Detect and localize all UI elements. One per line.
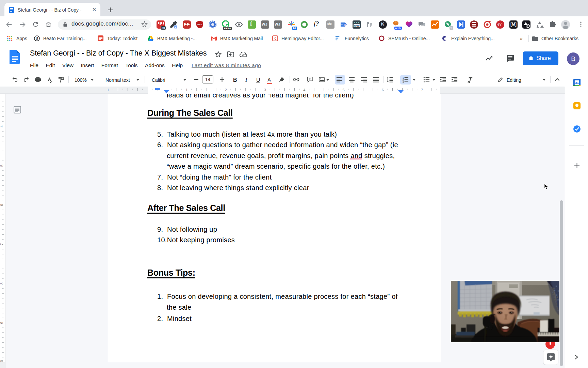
svg-text:3: 3: [403, 81, 404, 83]
svg-text:WAB: WAB: [197, 24, 202, 26]
svg-text:8: 8: [0, 282, 4, 285]
svg-text:1: 1: [185, 88, 187, 92]
svg-text:3: 3: [264, 88, 266, 92]
svg-text:4: 4: [303, 88, 305, 92]
svg-text:B: B: [36, 36, 38, 40]
svg-text:9: 9: [0, 322, 4, 324]
svg-text:4: 4: [0, 125, 4, 127]
svg-text:6: 6: [0, 204, 4, 206]
svg-text:31: 31: [575, 81, 579, 85]
svg-text:1: 1: [107, 88, 109, 92]
svg-text:5: 5: [342, 88, 344, 92]
svg-text:5: 5: [0, 165, 4, 167]
svg-text:7: 7: [421, 88, 423, 92]
svg-text:6: 6: [382, 88, 384, 92]
svg-text:7: 7: [0, 243, 4, 245]
svg-text:NEW: NEW: [354, 25, 360, 27]
svg-text:2: 2: [225, 88, 227, 92]
svg-text:B: B: [344, 23, 346, 27]
